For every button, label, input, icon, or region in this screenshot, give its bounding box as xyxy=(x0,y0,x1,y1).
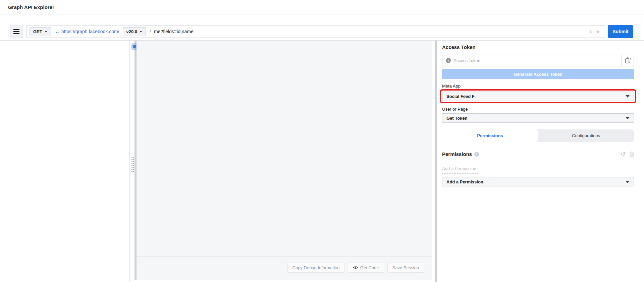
star-icon[interactable]: ★ xyxy=(595,29,600,35)
app-header: Graph API Explorer xyxy=(0,0,644,14)
save-session-button[interactable]: Save Session xyxy=(387,263,424,273)
generate-access-token-button[interactable]: Generate Access Token xyxy=(442,69,634,79)
back-arrow-icon: ← xyxy=(55,29,60,34)
info-icon: i xyxy=(446,58,451,63)
tab-configurations[interactable]: Configurations xyxy=(538,129,634,142)
graph-api-explorer-page: Graph API Explorer GET ← https://graph.f… xyxy=(0,0,644,282)
copy-debug-button[interactable]: Copy Debug Information xyxy=(287,263,345,273)
api-version-dropdown[interactable]: v20.0 xyxy=(123,27,146,36)
api-version-label: v20.0 xyxy=(126,29,138,34)
permissions-header-row: Permissions i ↺ xyxy=(442,151,634,157)
query-path-input[interactable] xyxy=(154,29,589,34)
path-separator: / xyxy=(150,29,151,34)
hamburger-icon xyxy=(13,29,19,30)
chevron-down-icon xyxy=(626,181,630,183)
undo-icon[interactable]: ↺ xyxy=(621,151,626,157)
copy-token-button[interactable] xyxy=(622,55,634,66)
query-bar-icons: × ★ xyxy=(589,29,600,35)
access-token-input-group: i xyxy=(442,55,634,66)
user-or-page-dropdown[interactable]: Get Token xyxy=(442,113,634,123)
add-permission-placeholder-text: Add a Permission xyxy=(442,166,478,171)
permissions-heading-group: Permissions i xyxy=(442,151,479,157)
http-method-label: GET xyxy=(33,29,42,34)
code-icon: </> xyxy=(353,265,358,270)
base-url-link[interactable]: ← https://graph.facebook.com/ xyxy=(55,29,119,34)
chevron-down-icon xyxy=(626,95,630,98)
chevron-down-icon xyxy=(140,31,142,33)
menu-button[interactable] xyxy=(10,25,23,38)
copy-icon xyxy=(625,57,631,64)
add-permission-dropdown[interactable]: Add a Permission xyxy=(442,177,634,186)
get-code-button[interactable]: </> Get Code xyxy=(348,263,384,273)
add-permission-dashed-line xyxy=(442,173,478,174)
access-token-heading: Access Token xyxy=(442,44,634,50)
chevron-down-icon xyxy=(626,117,630,119)
submit-button[interactable]: Submit xyxy=(608,25,633,38)
trash-icon[interactable] xyxy=(630,152,634,157)
permissions-tools: ↺ xyxy=(621,151,634,157)
access-token-input[interactable] xyxy=(453,58,618,63)
annotation-highlight-box: Social Feed F xyxy=(440,89,636,103)
access-token-panel-content: Access Token i Generate Access Token Met… xyxy=(442,41,634,186)
node-indicator-dot-core xyxy=(133,45,136,48)
user-or-page-label: User or Page xyxy=(442,107,634,112)
query-bar: GET ← https://graph.facebook.com/ v20.0 … xyxy=(26,25,605,38)
meta-app-label: Meta App xyxy=(442,83,634,89)
access-token-input-wrap: i xyxy=(442,55,622,66)
base-url-text: https://graph.facebook.com/ xyxy=(61,29,119,34)
chevron-down-icon xyxy=(45,31,47,33)
save-session-label: Save Session xyxy=(392,265,419,270)
tab-permissions[interactable]: Permissions xyxy=(442,129,538,142)
token-panel-tabs: Permissions Configurations xyxy=(442,129,634,142)
add-permission-value: Add a Permission xyxy=(446,179,483,184)
permissions-heading: Permissions xyxy=(442,151,472,157)
clear-icon[interactable]: × xyxy=(589,29,592,35)
add-permission-ghost[interactable]: Add a Permission xyxy=(442,166,478,174)
user-or-page-value: Get Token xyxy=(446,116,468,121)
response-panel: Copy Debug Information </> Get Code Save… xyxy=(137,41,432,280)
meta-app-value: Social Feed F xyxy=(446,94,475,99)
response-footer: Copy Debug Information </> Get Code Save… xyxy=(137,257,432,280)
info-icon: i xyxy=(474,152,479,157)
http-method-dropdown[interactable]: GET xyxy=(30,27,51,36)
get-code-label: Get Code xyxy=(360,265,379,270)
field-tree-panel xyxy=(0,41,130,282)
meta-app-dropdown[interactable]: Social Feed F xyxy=(442,92,634,101)
copy-debug-label: Copy Debug Information xyxy=(292,265,340,270)
page-title: Graph API Explorer xyxy=(8,4,54,10)
